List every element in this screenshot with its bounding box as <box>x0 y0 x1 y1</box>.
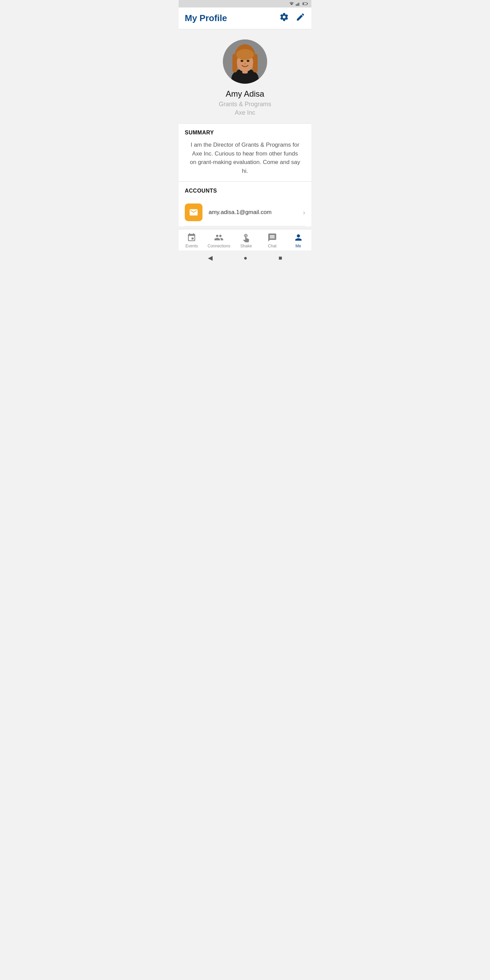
connections-icon <box>214 233 224 242</box>
svg-point-17 <box>236 49 254 60</box>
accounts-title: ACCOUNTS <box>185 188 305 194</box>
nav-item-connections[interactable]: Connections <box>208 233 231 248</box>
svg-rect-3 <box>298 3 299 6</box>
home-button[interactable]: ● <box>243 255 247 262</box>
svg-point-18 <box>240 60 243 62</box>
events-label: Events <box>185 243 198 248</box>
android-nav: ◀ ● ■ <box>179 250 311 266</box>
account-email: amy.adisa.1@gmail.com <box>208 209 303 216</box>
events-icon <box>187 233 196 242</box>
page-title: My Profile <box>185 13 227 24</box>
profile-section: Amy Adisa Grants & Programs Axe Inc <box>179 29 311 123</box>
profile-name: Amy Adisa <box>226 89 264 99</box>
chat-icon <box>267 233 277 242</box>
summary-text: I am the Director of Grants & Programs f… <box>185 140 305 175</box>
nav-item-shake[interactable]: Shake <box>236 233 256 248</box>
wifi-icon <box>289 2 294 6</box>
profile-company: Axe Inc <box>235 109 255 116</box>
svg-rect-4 <box>300 2 301 6</box>
nav-item-events[interactable]: Events <box>181 233 202 248</box>
chevron-right-icon: › <box>303 208 305 216</box>
accounts-section: ACCOUNTS amy.adisa.1@gmail.com › <box>179 182 311 226</box>
svg-marker-0 <box>290 4 293 5</box>
settings-icon <box>279 12 289 22</box>
signal-icon <box>296 2 301 6</box>
header-actions <box>279 12 305 24</box>
avatar-image <box>223 40 267 84</box>
status-bar <box>179 0 311 8</box>
back-button[interactable]: ◀ <box>208 254 213 262</box>
svg-point-19 <box>247 60 250 62</box>
svg-point-20 <box>244 63 246 64</box>
summary-section: SUMMARY I am the Director of Grants & Pr… <box>179 124 311 181</box>
svg-rect-15 <box>232 54 237 73</box>
svg-rect-1 <box>296 5 297 6</box>
status-icons <box>289 2 308 6</box>
account-row[interactable]: amy.adisa.1@gmail.com › <box>185 199 305 226</box>
svg-rect-6 <box>307 3 308 5</box>
settings-button[interactable] <box>279 12 289 24</box>
profile-role: Grants & Programs <box>219 101 271 108</box>
nav-item-me[interactable]: Me <box>288 233 309 248</box>
me-label: Me <box>295 243 301 248</box>
me-icon <box>294 233 303 242</box>
edit-button[interactable] <box>296 12 305 24</box>
connections-label: Connections <box>208 243 231 248</box>
email-icon-box <box>185 204 202 221</box>
chat-label: Chat <box>268 243 276 248</box>
edit-icon <box>296 12 305 22</box>
avatar <box>223 40 267 84</box>
content-spacer <box>179 226 311 229</box>
svg-rect-14 <box>253 54 258 73</box>
battery-icon <box>302 2 308 6</box>
summary-title: SUMMARY <box>185 130 305 136</box>
shake-icon <box>241 233 251 242</box>
svg-rect-7 <box>303 3 304 5</box>
recent-button[interactable]: ■ <box>278 255 282 262</box>
shake-label: Shake <box>240 243 252 248</box>
bottom-nav: Events Connections Shake Chat <box>179 229 311 250</box>
header: My Profile <box>179 8 311 29</box>
email-icon <box>189 208 198 217</box>
svg-rect-2 <box>297 3 298 6</box>
nav-item-chat[interactable]: Chat <box>262 233 282 248</box>
